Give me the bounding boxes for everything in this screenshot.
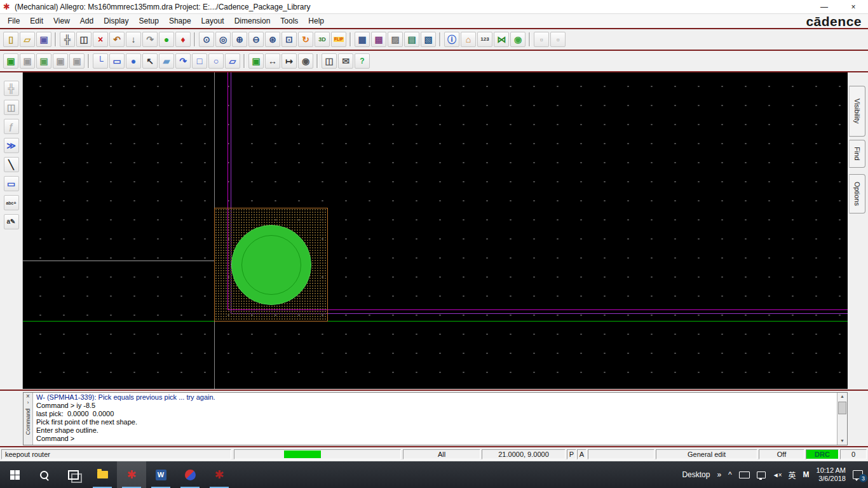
zoom-world-icon[interactable]: ⊛ xyxy=(265,32,280,47)
start-button[interactable] xyxy=(0,461,29,488)
taskbar-search-button[interactable] xyxy=(29,461,58,488)
select-cursor-icon[interactable]: ↖ xyxy=(142,53,158,69)
menu-item[interactable]: View xyxy=(48,15,75,27)
layer-groups-icon[interactable]: ▤ xyxy=(404,32,419,47)
copy-stamp-icon[interactable]: ◫ xyxy=(4,100,19,115)
scroll-up-icon[interactable]: ▲ xyxy=(840,393,844,400)
ime-language-indicator[interactable]: 英 xyxy=(789,470,796,480)
allegro-taskbar-button[interactable]: ✱ xyxy=(117,461,146,488)
open-folder-icon[interactable]: ▱ xyxy=(20,32,35,47)
menu-item[interactable]: Display xyxy=(98,15,133,27)
mail-export-icon[interactable]: ✉ xyxy=(338,53,353,69)
tab-find[interactable]: Find xyxy=(849,140,865,168)
symbol-mode-icon[interactable]: ▣ xyxy=(3,53,18,69)
add-line-icon[interactable]: ╲ xyxy=(4,157,19,172)
measure-icon[interactable]: 123 xyxy=(477,32,492,47)
toolbar-overflow-icon[interactable]: » xyxy=(717,470,721,479)
delete-icon[interactable]: × xyxy=(93,32,108,47)
color-192-icon[interactable]: ▩ xyxy=(371,32,386,47)
edit-text-icon[interactable]: a✎ xyxy=(4,214,19,229)
shape-circle-icon[interactable]: ○ xyxy=(208,53,224,69)
zoom-fit-icon[interactable]: ◎ xyxy=(215,32,231,47)
tab-options[interactable]: Options xyxy=(849,174,865,214)
info-icon[interactable]: ⓘ xyxy=(444,32,459,47)
zoom-previous-icon[interactable]: ⊡ xyxy=(281,32,297,47)
pcb-editor-taskbar-button[interactable]: ✱ xyxy=(205,461,234,488)
undo-icon[interactable]: ↶ xyxy=(109,32,125,47)
design-entry-taskbar-button[interactable] xyxy=(175,461,205,488)
add-connect-icon[interactable]: └ xyxy=(93,53,108,69)
move-vertex-icon[interactable]: ╬ xyxy=(4,81,19,96)
copy-view-icon[interactable]: ◫ xyxy=(322,53,337,69)
redraw-icon[interactable]: ↻ xyxy=(298,32,313,47)
color-dialog-icon[interactable]: ▧ xyxy=(421,32,436,47)
zoom-in-icon[interactable]: ⊕ xyxy=(232,32,247,47)
file-explorer-button[interactable] xyxy=(88,461,117,488)
close-button[interactable]: × xyxy=(839,0,868,13)
action-center-icon[interactable]: 3 xyxy=(853,470,863,479)
redo-icon[interactable]: ↷ xyxy=(142,32,158,47)
minimize-button[interactable]: — xyxy=(810,0,839,13)
zoom-out-icon[interactable]: ⊖ xyxy=(248,32,264,47)
drc-update-icon[interactable]: ◉ xyxy=(510,32,526,47)
hidden-icons-chevron-icon[interactable]: ^ xyxy=(728,470,732,479)
dimension-leader-icon[interactable]: ↦ xyxy=(281,53,297,69)
new-file-icon[interactable]: ▯ xyxy=(3,32,18,47)
console-scrollbar[interactable]: ▲ ▼ xyxy=(837,393,847,445)
move-icon[interactable]: ╬ xyxy=(60,32,75,47)
help-icon[interactable]: ? xyxy=(355,53,370,69)
save-icon[interactable]: ▣ xyxy=(36,32,51,47)
scroll-thumb[interactable] xyxy=(838,402,846,414)
reports-icon[interactable]: ▫ xyxy=(550,32,566,47)
network-icon[interactable] xyxy=(757,471,766,478)
spin-icon[interactable]: ↷ xyxy=(175,53,191,69)
touch-keyboard-icon[interactable] xyxy=(739,471,750,478)
menu-item[interactable]: Help xyxy=(303,15,329,27)
word-taskbar-button[interactable]: W xyxy=(146,461,175,488)
add-text-icon[interactable]: abc+ xyxy=(4,195,19,210)
fillet-icon[interactable]: ƒ xyxy=(4,119,19,134)
menu-item[interactable]: Tools xyxy=(275,15,303,27)
place-symbol-icon[interactable]: ▣ xyxy=(248,53,264,69)
taskbar-clock[interactable]: 10:12 AM 3/6/2018 xyxy=(817,466,846,483)
menu-item[interactable]: Dimension xyxy=(229,15,276,27)
module-mode-icon[interactable]: ▣ xyxy=(53,53,68,69)
import-icon[interactable]: ↓ xyxy=(126,32,141,47)
flip-design-icon[interactable]: FLIP xyxy=(331,32,346,47)
shape-polygon-icon[interactable]: ▰ xyxy=(159,53,174,69)
slide-icon[interactable]: ≫ xyxy=(4,138,19,153)
console-output[interactable]: W- (SPMHA1-339): Pick equals previous pi… xyxy=(33,393,837,445)
pin-icon[interactable]: ♦ xyxy=(175,32,191,47)
add-circle-icon[interactable]: ● xyxy=(126,53,141,69)
add-rect-icon[interactable]: ▭ xyxy=(109,53,125,69)
cross-section-icon[interactable]: ▫ xyxy=(534,32,549,47)
menu-item[interactable]: Setup xyxy=(134,15,164,27)
shape-select-icon[interactable]: ▱ xyxy=(225,53,240,69)
shape-rect-icon[interactable]: ▭ xyxy=(4,176,19,191)
copy-icon[interactable]: ◫ xyxy=(76,32,92,47)
highlight-icon[interactable]: ● xyxy=(159,32,174,47)
menu-item[interactable]: Edit xyxy=(25,15,48,27)
angle-mode-button[interactable]: A xyxy=(577,449,587,459)
tab-visibility[interactable]: Visibility xyxy=(849,86,865,137)
zoom-points-icon[interactable]: ⊙ xyxy=(199,32,214,47)
view-3d-icon[interactable]: 3D xyxy=(315,32,330,47)
grid-toggle-icon[interactable]: ▦ xyxy=(355,32,370,47)
volume-muted-icon[interactable]: ◄× xyxy=(773,471,782,478)
menu-item[interactable]: Shape xyxy=(164,15,196,27)
board-mode-icon[interactable]: ▣ xyxy=(20,53,35,69)
scroll-down-icon[interactable]: ▼ xyxy=(840,437,844,445)
menu-item[interactable]: Add xyxy=(75,15,98,27)
dimension-linear-icon[interactable]: ↔ xyxy=(265,53,280,69)
pick-mode-button[interactable]: P xyxy=(567,449,576,459)
drawing-mode-icon[interactable]: ▣ xyxy=(69,53,85,69)
menu-item[interactable]: Layout xyxy=(196,15,229,27)
properties-icon[interactable]: ⌂ xyxy=(461,32,476,47)
console-expand-icon[interactable]: › xyxy=(27,400,29,405)
shadow-mode-icon[interactable]: ▨ xyxy=(388,32,403,47)
padstack-mode-icon[interactable]: ▣ xyxy=(36,53,51,69)
design-canvas[interactable] xyxy=(23,72,848,389)
ime-mode-indicator[interactable]: M xyxy=(803,470,810,479)
drc-indicator[interactable]: DRC xyxy=(806,449,839,459)
shape-rect-icon[interactable]: □ xyxy=(192,53,207,69)
